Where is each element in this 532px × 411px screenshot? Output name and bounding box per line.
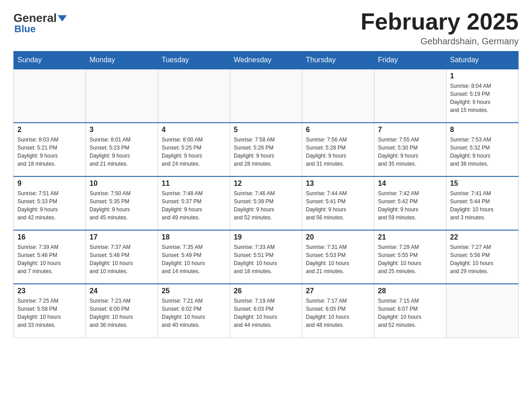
day-number: 9 <box>17 180 82 188</box>
day-number: 2 <box>17 126 82 134</box>
calendar-cell: 3Sunrise: 8:01 AM Sunset: 5:23 PM Daylig… <box>86 123 158 176</box>
day-info: Sunrise: 7:42 AM Sunset: 5:42 PM Dayligh… <box>378 189 442 222</box>
calendar-cell: 7Sunrise: 7:55 AM Sunset: 5:30 PM Daylig… <box>374 123 446 176</box>
day-number: 26 <box>234 287 298 295</box>
day-info: Sunrise: 8:01 AM Sunset: 5:23 PM Dayligh… <box>90 136 154 168</box>
day-number: 4 <box>162 126 226 134</box>
calendar-cell <box>446 284 519 338</box>
calendar-cell: 26Sunrise: 7:19 AM Sunset: 6:03 PM Dayli… <box>230 284 302 338</box>
calendar-cell: 13Sunrise: 7:44 AM Sunset: 5:41 PM Dayli… <box>302 176 374 230</box>
day-info: Sunrise: 7:44 AM Sunset: 5:41 PM Dayligh… <box>306 189 370 222</box>
calendar-cell: 5Sunrise: 7:58 AM Sunset: 5:26 PM Daylig… <box>230 123 302 176</box>
day-number: 1 <box>450 72 515 80</box>
weekday-header-friday: Friday <box>374 51 446 69</box>
day-number: 10 <box>90 180 154 188</box>
day-info: Sunrise: 7:27 AM Sunset: 5:56 PM Dayligh… <box>450 243 515 275</box>
day-number: 21 <box>378 233 442 241</box>
week-row-4: 16Sunrise: 7:39 AM Sunset: 5:46 PM Dayli… <box>14 230 519 284</box>
day-info: Sunrise: 7:39 AM Sunset: 5:46 PM Dayligh… <box>17 243 82 275</box>
calendar-cell <box>158 69 230 123</box>
day-info: Sunrise: 7:51 AM Sunset: 5:33 PM Dayligh… <box>17 189 82 222</box>
day-info: Sunrise: 7:29 AM Sunset: 5:55 PM Dayligh… <box>378 243 442 275</box>
day-number: 23 <box>17 287 82 295</box>
logo: General Blue <box>13 9 67 35</box>
week-row-1: 1Sunrise: 8:04 AM Sunset: 5:19 PM Daylig… <box>14 69 519 123</box>
calendar-cell: 17Sunrise: 7:37 AM Sunset: 5:48 PM Dayli… <box>86 230 158 284</box>
day-number: 15 <box>450 180 515 188</box>
day-info: Sunrise: 7:23 AM Sunset: 6:00 PM Dayligh… <box>90 297 154 329</box>
day-info: Sunrise: 7:25 AM Sunset: 5:58 PM Dayligh… <box>17 297 82 329</box>
day-number: 5 <box>234 126 298 134</box>
calendar-table: SundayMondayTuesdayWednesdayThursdayFrid… <box>13 51 519 338</box>
day-number: 13 <box>306 180 370 188</box>
day-info: Sunrise: 7:56 AM Sunset: 5:28 PM Dayligh… <box>306 136 370 168</box>
title-section: February 2025 Gebhardshain, Germany <box>360 9 519 47</box>
weekday-header-row: SundayMondayTuesdayWednesdayThursdayFrid… <box>14 51 519 69</box>
weekday-header-monday: Monday <box>86 51 158 69</box>
day-number: 8 <box>450 126 515 134</box>
calendar-cell: 25Sunrise: 7:21 AM Sunset: 6:02 PM Dayli… <box>158 284 230 338</box>
day-number: 12 <box>234 180 298 188</box>
day-info: Sunrise: 7:46 AM Sunset: 5:39 PM Dayligh… <box>234 189 298 222</box>
calendar-cell: 27Sunrise: 7:17 AM Sunset: 6:05 PM Dayli… <box>302 284 374 338</box>
weekday-header-thursday: Thursday <box>302 51 374 69</box>
week-row-2: 2Sunrise: 8:03 AM Sunset: 5:21 PM Daylig… <box>14 123 519 176</box>
day-number: 25 <box>162 287 226 295</box>
calendar-cell: 12Sunrise: 7:46 AM Sunset: 5:39 PM Dayli… <box>230 176 302 230</box>
calendar-cell: 28Sunrise: 7:15 AM Sunset: 6:07 PM Dayli… <box>374 284 446 338</box>
calendar-cell: 15Sunrise: 7:41 AM Sunset: 5:44 PM Dayli… <box>446 176 519 230</box>
calendar-cell: 6Sunrise: 7:56 AM Sunset: 5:28 PM Daylig… <box>302 123 374 176</box>
day-info: Sunrise: 7:50 AM Sunset: 5:35 PM Dayligh… <box>90 189 154 222</box>
day-number: 22 <box>450 233 515 241</box>
calendar-cell <box>86 69 158 123</box>
weekday-header-tuesday: Tuesday <box>158 51 230 69</box>
day-number: 7 <box>378 126 442 134</box>
weekday-header-wednesday: Wednesday <box>230 51 302 69</box>
calendar-cell <box>14 69 86 123</box>
logo-triangle-icon <box>58 15 67 21</box>
calendar-cell: 11Sunrise: 7:48 AM Sunset: 5:37 PM Dayli… <box>158 176 230 230</box>
day-info: Sunrise: 7:33 AM Sunset: 5:51 PM Dayligh… <box>234 243 298 275</box>
day-number: 27 <box>306 287 370 295</box>
calendar-cell <box>374 69 446 123</box>
day-number: 16 <box>17 233 82 241</box>
week-row-5: 23Sunrise: 7:25 AM Sunset: 5:58 PM Dayli… <box>14 284 519 338</box>
calendar-cell: 10Sunrise: 7:50 AM Sunset: 5:35 PM Dayli… <box>86 176 158 230</box>
calendar-cell: 9Sunrise: 7:51 AM Sunset: 5:33 PM Daylig… <box>14 176 86 230</box>
calendar-cell: 4Sunrise: 8:00 AM Sunset: 5:25 PM Daylig… <box>158 123 230 176</box>
calendar-cell <box>230 69 302 123</box>
day-number: 3 <box>90 126 154 134</box>
day-info: Sunrise: 8:04 AM Sunset: 5:19 PM Dayligh… <box>450 82 515 114</box>
calendar-cell: 22Sunrise: 7:27 AM Sunset: 5:56 PM Dayli… <box>446 230 519 284</box>
day-info: Sunrise: 7:41 AM Sunset: 5:44 PM Dayligh… <box>450 189 515 222</box>
day-number: 28 <box>378 287 442 295</box>
day-info: Sunrise: 7:31 AM Sunset: 5:53 PM Dayligh… <box>306 243 370 275</box>
day-info: Sunrise: 7:17 AM Sunset: 6:05 PM Dayligh… <box>306 297 370 329</box>
day-info: Sunrise: 8:00 AM Sunset: 5:25 PM Dayligh… <box>162 136 226 168</box>
day-info: Sunrise: 7:21 AM Sunset: 6:02 PM Dayligh… <box>162 297 226 329</box>
day-number: 24 <box>90 287 154 295</box>
day-info: Sunrise: 7:35 AM Sunset: 5:49 PM Dayligh… <box>162 243 226 275</box>
calendar-cell: 8Sunrise: 7:53 AM Sunset: 5:32 PM Daylig… <box>446 123 519 176</box>
day-info: Sunrise: 7:55 AM Sunset: 5:30 PM Dayligh… <box>378 136 442 168</box>
day-number: 20 <box>306 233 370 241</box>
calendar-cell: 2Sunrise: 8:03 AM Sunset: 5:21 PM Daylig… <box>14 123 86 176</box>
page-header: General Blue February 2025 Gebhardshain,… <box>13 9 519 47</box>
day-number: 14 <box>378 180 442 188</box>
location-text: Gebhardshain, Germany <box>360 36 519 47</box>
week-row-3: 9Sunrise: 7:51 AM Sunset: 5:33 PM Daylig… <box>14 176 519 230</box>
day-info: Sunrise: 7:48 AM Sunset: 5:37 PM Dayligh… <box>162 189 226 222</box>
calendar-cell: 21Sunrise: 7:29 AM Sunset: 5:55 PM Dayli… <box>374 230 446 284</box>
day-info: Sunrise: 7:19 AM Sunset: 6:03 PM Dayligh… <box>234 297 298 329</box>
weekday-header-sunday: Sunday <box>14 51 86 69</box>
weekday-header-saturday: Saturday <box>446 51 519 69</box>
day-number: 17 <box>90 233 154 241</box>
calendar-cell: 19Sunrise: 7:33 AM Sunset: 5:51 PM Dayli… <box>230 230 302 284</box>
logo-general: General <box>13 11 57 25</box>
calendar-cell: 20Sunrise: 7:31 AM Sunset: 5:53 PM Dayli… <box>302 230 374 284</box>
calendar-cell: 18Sunrise: 7:35 AM Sunset: 5:49 PM Dayli… <box>158 230 230 284</box>
calendar-cell: 14Sunrise: 7:42 AM Sunset: 5:42 PM Dayli… <box>374 176 446 230</box>
day-info: Sunrise: 7:15 AM Sunset: 6:07 PM Dayligh… <box>378 297 442 329</box>
day-number: 18 <box>162 233 226 241</box>
logo-blue-text: Blue <box>14 23 36 35</box>
